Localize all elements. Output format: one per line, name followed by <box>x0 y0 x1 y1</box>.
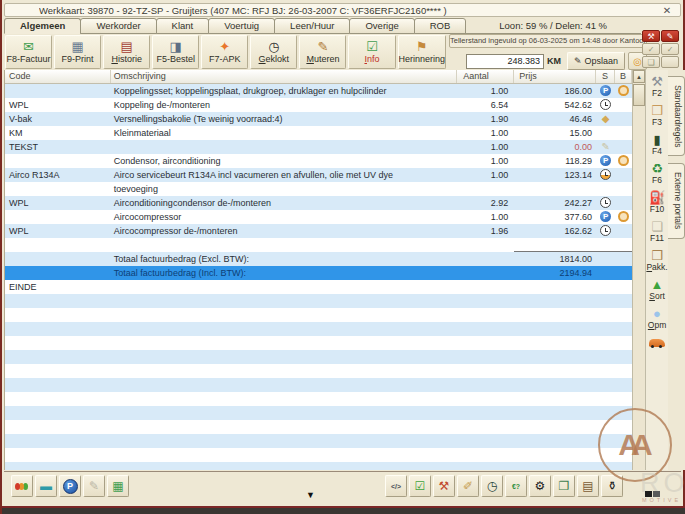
table-row[interactable]: WPLKoppeling de-/monteren6.54542.62 <box>5 98 632 112</box>
documents-button[interactable]: ❐ <box>553 475 575 497</box>
work-red-button[interactable]: ⚒ <box>642 30 660 42</box>
sidebar-label-sort: Sort <box>649 292 665 301</box>
sidebar-item-f6[interactable]: ♻F6 <box>651 161 663 185</box>
parking-button[interactable]: P <box>59 475 81 497</box>
clocked-time-icon: ◷ <box>268 40 279 54</box>
table-row[interactable] <box>5 406 632 420</box>
table-row[interactable]: Totaal factuurbedrag (Excl. BTW):1814.00 <box>5 252 632 266</box>
tools-red-button[interactable]: ⚒ <box>433 475 455 497</box>
sidebar-item-f11[interactable]: ❏F11 <box>650 219 664 243</box>
sidebar-item-sort[interactable]: ▲Sort <box>649 277 665 301</box>
confirm-one-button[interactable]: ✓ <box>642 43 660 55</box>
table-row[interactable] <box>5 420 632 434</box>
copy-page-button[interactable]: ❏ <box>642 56 660 68</box>
toolbar-button-herinnering[interactable]: ⚑Herinnering <box>398 35 447 69</box>
dropdown-arrow-icon[interactable]: ▼ <box>306 490 315 500</box>
close-icon[interactable]: ✕ <box>660 5 674 16</box>
code-button[interactable]: </> <box>385 475 407 497</box>
blank-button[interactable] <box>661 56 679 68</box>
table-row[interactable] <box>5 448 632 462</box>
spray-can-button[interactable]: ⚱ <box>601 475 623 497</box>
sidebar-item-car-icon[interactable] <box>649 335 665 347</box>
table-row[interactable]: Koppelingsset; koppelingsplaat, drukgroe… <box>5 84 632 98</box>
table-scrollbar[interactable]: ▲ <box>632 70 645 470</box>
toolbar-button-historie[interactable]: ▤Historie <box>103 35 150 69</box>
tab-werkorder[interactable]: Werkorder <box>80 18 156 34</box>
toolbar-button-geklokt[interactable]: ◷Geklokt <box>250 35 297 69</box>
table-row[interactable]: Aircocompressor1.00377.60P <box>5 210 632 224</box>
table-row[interactable]: toevoeging <box>5 182 632 196</box>
print-plus-button[interactable]: ▦ <box>107 475 129 497</box>
photos-folder-button[interactable]: ▤ <box>577 475 599 497</box>
toolbar-button-f9-print[interactable]: ▦F9-Print <box>54 35 101 69</box>
tab-voertuig[interactable]: Voertuig <box>208 18 275 34</box>
table-row[interactable] <box>5 392 632 406</box>
cell-quantity <box>457 238 514 252</box>
table-row[interactable] <box>5 434 632 448</box>
wrench-button[interactable]: ⚙ <box>529 475 551 497</box>
save-odometer-button[interactable]: ✎ Opslaan <box>567 52 625 70</box>
table-row[interactable] <box>5 336 632 350</box>
checkbox-button[interactable]: ☑ <box>409 475 431 497</box>
sidebar-item-f2[interactable]: ⚒F2 <box>651 74 663 98</box>
tab-rob[interactable]: ROB <box>414 18 467 34</box>
toolbar-button-f5-bestel[interactable]: ◨F5-Bestel <box>152 35 199 69</box>
cell-code <box>5 462 111 470</box>
column-header-omschrijving[interactable]: Omschrijving <box>111 70 457 83</box>
table-row[interactable] <box>5 462 632 470</box>
cell-description <box>111 238 457 252</box>
tab-overige[interactable]: Overige <box>349 18 414 34</box>
table-row[interactable]: Totaal factuurbedrag (Incl. BTW):2194.94 <box>5 266 632 280</box>
table-row[interactable]: Airco R134AAirco servicebeurt R134A incl… <box>5 168 632 182</box>
table-row[interactable]: WPLAircocompressor de-/monteren1.96162.6… <box>5 224 632 238</box>
sidebar-item-f10[interactable]: ⛽F10 <box>649 190 665 214</box>
banknote-button[interactable]: ▬ <box>35 475 57 497</box>
table-row[interactable] <box>5 322 632 336</box>
column-header-prijs[interactable]: Prijs <box>514 70 596 83</box>
toolbar-button-info[interactable]: ☑Info <box>348 35 395 69</box>
table-row[interactable]: WPLAirconditioningcondensor de-/monteren… <box>5 196 632 210</box>
column-header-code[interactable]: Code <box>5 70 111 83</box>
table-row[interactable] <box>5 364 632 378</box>
tab-leen-huur[interactable]: Leen/Huur <box>274 18 350 34</box>
stopwatch-icon: ◷ <box>487 479 497 493</box>
table-row[interactable] <box>5 238 632 252</box>
pen-gray-button[interactable]: ✎ <box>83 475 105 497</box>
tab-algemeen[interactable]: Algemeen <box>4 18 81 34</box>
table-row[interactable] <box>5 294 632 308</box>
side-tab-standaardregels[interactable]: Standaardregels <box>668 76 685 156</box>
cell-parts <box>615 420 632 434</box>
cell-code <box>5 392 111 406</box>
sidebar-item-opm[interactable]: ●Opm <box>648 306 666 330</box>
brand-dots-button[interactable] <box>11 475 33 497</box>
stopwatch-button[interactable]: ◷ <box>481 475 503 497</box>
table-row[interactable] <box>5 378 632 392</box>
table-row[interactable] <box>5 308 632 322</box>
table-row[interactable]: TEKST1.000.00✎ <box>5 140 632 154</box>
table-row[interactable]: V-bakVersnellingsbakolie (Te weinig voor… <box>5 112 632 126</box>
tab-klant[interactable]: Klant <box>156 18 210 34</box>
table-row[interactable]: Condensor, airconditioning1.00118.29P <box>5 154 632 168</box>
odometer-input[interactable] <box>466 54 544 69</box>
scroll-up-icon[interactable]: ▲ <box>633 70 645 83</box>
side-tab-externe-portals[interactable]: Externe portals <box>668 163 685 238</box>
note-red-button[interactable]: ✎ <box>661 30 679 42</box>
confirm-two-button[interactable]: ✓ <box>661 43 679 55</box>
chisel-button[interactable]: ✐ <box>457 475 479 497</box>
column-header-aantal[interactable]: Aantal <box>457 70 514 83</box>
toolbar-button-muteren[interactable]: ✎Muteren <box>299 35 346 69</box>
sidebar-item-f3[interactable]: ❒F3 <box>651 103 663 127</box>
table-row[interactable]: KMKleinmateriaal1.0015.00 <box>5 126 632 140</box>
sidebar-item-f4[interactable]: ▮F4 <box>652 132 662 156</box>
sidebar-item-pakk[interactable]: ❒Pakk. <box>646 248 667 272</box>
toolbar-label-historie: Historie <box>111 54 142 64</box>
table-row[interactable]: EINDE <box>5 280 632 294</box>
toolbar-button-f7-apk[interactable]: ✦F7-APK <box>201 35 248 69</box>
scrollbar-thumb[interactable] <box>633 84 645 106</box>
euro-question-button[interactable]: €? <box>505 475 527 497</box>
column-header-b[interactable]: B <box>615 70 632 83</box>
column-header-s[interactable]: S <box>596 70 615 83</box>
table-row[interactable] <box>5 350 632 364</box>
toolbar-button-f8-factuur[interactable]: ✉F8-Factuur <box>5 35 52 69</box>
cell-code <box>5 238 111 252</box>
